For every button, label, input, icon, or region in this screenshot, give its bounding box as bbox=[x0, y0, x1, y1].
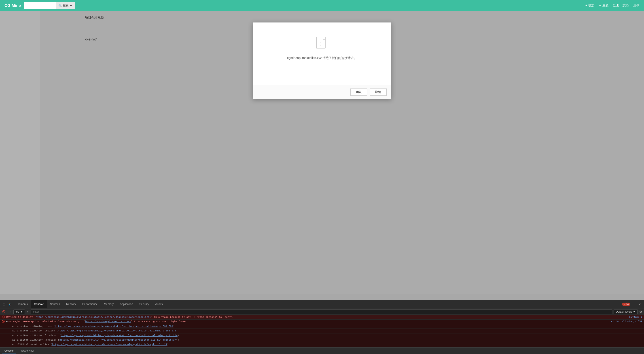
chevron-down-icon: ▼ bbox=[70, 4, 72, 7]
search-button[interactable]: 🔍 搜索 ▼ bbox=[56, 2, 75, 9]
search-icon: 🔍 bbox=[58, 4, 62, 7]
search-input[interactable] bbox=[24, 2, 56, 9]
main-content: 项目介绍视频 业务介绍 :( cgmineapi.makchikin.xyz 拒… bbox=[0, 11, 322, 177]
dialog-body: :( cgmineapi.makchikin.xyz 拒绝了我们的连接请求。 bbox=[253, 22, 322, 85]
error-file-icon: :( bbox=[315, 36, 322, 52]
dialog-footer: 确认 取消 bbox=[253, 85, 322, 99]
nav-search-box: 🔍 搜索 ▼ bbox=[24, 2, 75, 9]
nav-bar: CG Mine 🔍 搜索 ▼ + 增加 ✏ 主题 欢迎，志坚 注销 bbox=[0, 0, 322, 11]
error-dialog: :( cgmineapi.makchikin.xyz 拒绝了我们的连接请求。 确… bbox=[253, 22, 322, 99]
nav-logo: CG Mine bbox=[4, 3, 21, 8]
svg-text::(: :( bbox=[319, 42, 321, 45]
dialog-message: cgmineapi.makchikin.xyz 拒绝了我们的连接请求。 bbox=[287, 56, 322, 60]
